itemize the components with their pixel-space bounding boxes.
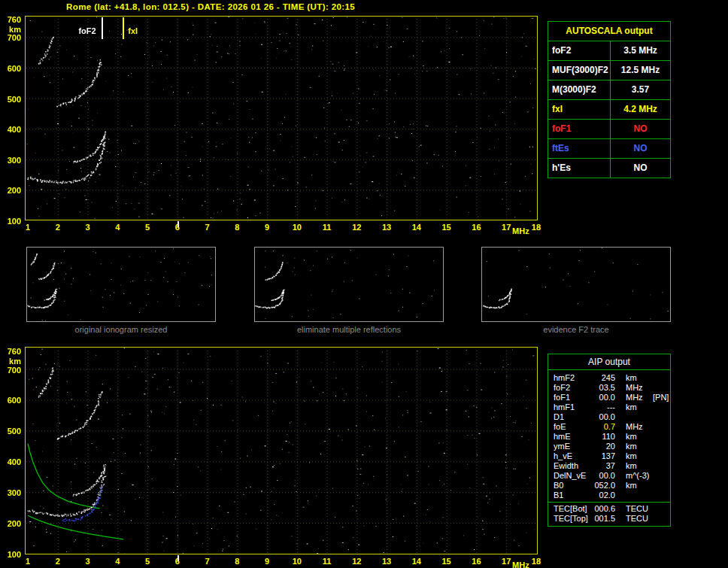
autoscala-row-h'Es: h'EsNO bbox=[548, 159, 670, 178]
param-label: Ewidth bbox=[554, 461, 593, 471]
x-axis-tick-label: 3 bbox=[80, 557, 96, 566]
param-value: 137 bbox=[593, 451, 615, 461]
param-unit: km bbox=[615, 481, 648, 491]
autoscala-row-MUF(3000)F2: MUF(3000)F212.5 MHz bbox=[548, 61, 670, 80]
param-unit: TECU bbox=[615, 514, 648, 524]
aip-row-hmF2: hmF2245km bbox=[554, 373, 670, 383]
param-label: M(3000)F2 bbox=[548, 80, 611, 99]
param-note bbox=[648, 471, 670, 481]
x-axis-tick-label: 4 bbox=[109, 223, 126, 232]
ionogram-plot-bottom bbox=[25, 347, 538, 554]
param-label: foF1 bbox=[548, 120, 611, 138]
marker-line-fxI bbox=[123, 17, 124, 39]
param-note bbox=[648, 491, 670, 500]
param-value: NO bbox=[611, 120, 670, 138]
x-axis-tick-label: 18 bbox=[528, 223, 544, 232]
x-axis-tick-label: 1 bbox=[20, 557, 36, 566]
y-axis-tick-label: 700 bbox=[2, 33, 21, 42]
param-note bbox=[648, 442, 670, 451]
param-label: D1 bbox=[554, 412, 593, 422]
param-unit: km bbox=[615, 432, 648, 442]
x-axis-tick-label: 15 bbox=[438, 223, 455, 232]
thumbnail-eliminate-reflections bbox=[254, 247, 444, 322]
param-unit bbox=[615, 491, 648, 500]
x-axis-tick-label: 5 bbox=[139, 557, 156, 566]
param-value: 3.57 bbox=[611, 80, 670, 99]
x-axis-tick-label: 16 bbox=[468, 223, 484, 232]
marker-label-fxI: fxI bbox=[128, 26, 138, 35]
autoscala-row-foF2: foF23.5 MHz bbox=[548, 41, 670, 61]
ionogram-canvas-bottom bbox=[26, 348, 537, 554]
marker-label-foF2: foF2 bbox=[78, 26, 96, 35]
param-label: MUF(3000)F2 bbox=[548, 61, 611, 80]
param-unit: km bbox=[615, 461, 648, 471]
param-unit: km bbox=[615, 451, 648, 461]
param-value: 052.0 bbox=[593, 481, 615, 491]
param-value: 20 bbox=[593, 442, 615, 451]
param-value: 00.0 bbox=[593, 412, 615, 422]
ionogram-plot-top: foF2fxI bbox=[25, 16, 538, 220]
x-axis-tick-label: 11 bbox=[319, 557, 335, 566]
interference-tick bbox=[177, 221, 179, 227]
x-axis-tick-label: 14 bbox=[408, 223, 425, 232]
x-axis-tick-label: 8 bbox=[229, 223, 245, 232]
aip-output-table: AIP output hmF2245kmfoF203.5MHzfoF100.0M… bbox=[548, 354, 671, 527]
aip-tec-section: TEC[Bot]000.6TECUTEC[Top]001.5TECU bbox=[548, 502, 670, 526]
thumbnail-caption-eliminate: eliminate multiple reflections bbox=[254, 325, 444, 334]
x-axis-tick-label: 2 bbox=[50, 557, 66, 566]
autoscala-window: Rome (lat: +41.8, lon: 012.5) - DATE: 20… bbox=[0, 0, 728, 568]
y-axis-unit-label: km bbox=[2, 357, 21, 366]
aip-row-foF2: foF203.5MHz bbox=[554, 383, 670, 393]
param-label: foF2 bbox=[554, 383, 593, 393]
y-axis-tick-label: 760 bbox=[2, 347, 21, 356]
x-axis-tick-label: 12 bbox=[348, 557, 365, 566]
param-note bbox=[648, 422, 670, 432]
param-note bbox=[648, 432, 670, 442]
x-axis-tick-label: 3 bbox=[80, 223, 96, 232]
param-label: h'Es bbox=[548, 159, 611, 178]
aip-row-hmE: hmE110km bbox=[554, 432, 670, 442]
param-label: hmE bbox=[554, 432, 593, 442]
aip-row-h_vE: h_vE137km bbox=[554, 451, 670, 461]
y-axis-tick-label: 500 bbox=[2, 427, 21, 436]
x-axis-tick-label: 2 bbox=[50, 223, 66, 232]
param-label: B1 bbox=[554, 491, 593, 500]
param-unit: m^(-3) bbox=[615, 471, 648, 481]
param-label: DelN_vE bbox=[554, 471, 593, 481]
y-axis-tick-label: 500 bbox=[2, 95, 21, 104]
param-value: 02.0 bbox=[593, 491, 615, 500]
y-axis-tick-label: 200 bbox=[2, 186, 21, 195]
aip-row-TEC[Bot]: TEC[Bot]000.6TECU bbox=[554, 504, 670, 514]
param-note bbox=[648, 373, 670, 383]
autoscala-row-ftEs: ftEsNO bbox=[548, 139, 670, 159]
thumbnail-original-ionogram bbox=[26, 247, 216, 322]
y-axis-tick-label: 100 bbox=[2, 217, 21, 226]
autoscala-row-foF1: foF1NO bbox=[548, 120, 670, 139]
param-note bbox=[648, 383, 670, 393]
param-value: 12.5 MHz bbox=[611, 61, 670, 80]
param-label: hmF1 bbox=[554, 402, 593, 412]
x-axis-tick-label: 11 bbox=[319, 223, 335, 232]
param-note bbox=[648, 504, 670, 514]
param-value: 00.0 bbox=[593, 393, 615, 402]
param-unit: MHz bbox=[615, 383, 648, 393]
aip-row-B0: B0052.0km bbox=[554, 481, 670, 491]
param-label: foF2 bbox=[548, 41, 611, 60]
param-label: TEC[Bot] bbox=[554, 504, 593, 514]
param-value: 001.5 bbox=[593, 514, 615, 524]
param-label: fxI bbox=[548, 100, 611, 119]
param-note bbox=[648, 451, 670, 461]
x-axis-tick-label: 4 bbox=[109, 557, 126, 566]
param-label: foE bbox=[554, 422, 593, 432]
aip-table-rows: hmF2245kmfoF203.5MHzfoF100.0MHz[PN]hmF1-… bbox=[548, 370, 670, 502]
x-axis-tick-label: 12 bbox=[348, 223, 365, 232]
param-value: 00.0 bbox=[593, 471, 615, 481]
param-value: 03.5 bbox=[593, 383, 615, 393]
aip-row-B1: B102.0 bbox=[554, 491, 670, 500]
param-value: NO bbox=[611, 139, 670, 158]
param-unit: TECU bbox=[615, 504, 648, 514]
x-axis-tick-label: 10 bbox=[289, 557, 305, 566]
aip-row-foF1: foF100.0MHz[PN] bbox=[554, 393, 670, 402]
y-axis-tick-label: 200 bbox=[2, 519, 21, 528]
x-axis-tick-label: 13 bbox=[378, 557, 395, 566]
